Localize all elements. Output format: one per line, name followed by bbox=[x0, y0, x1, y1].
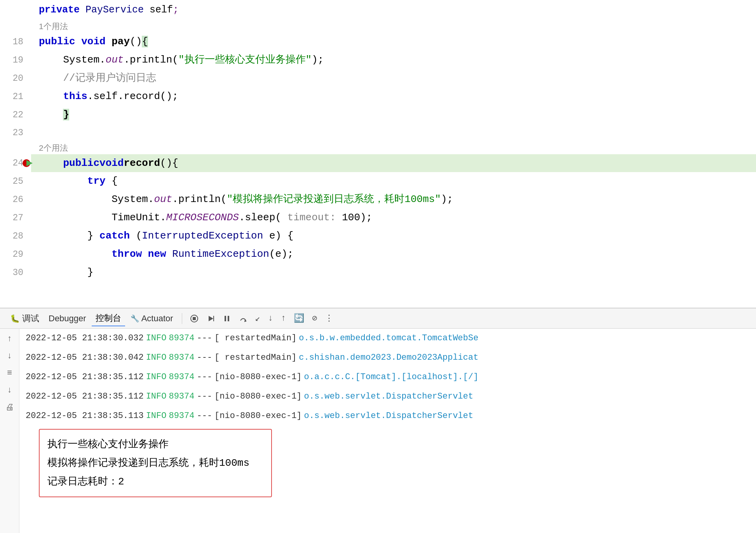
log-output: 2022-12-05 21:38:30.032 INFO 89374 --- [… bbox=[19, 329, 756, 533]
tab-actuator[interactable]: 🔧 Actuator bbox=[127, 312, 177, 325]
action-btn-rerun[interactable]: 🔄 bbox=[291, 312, 307, 325]
action-btn-record[interactable] bbox=[187, 313, 202, 324]
code-line-19: 19 System.out.println("执行一些核心支付业务操作"); bbox=[0, 51, 756, 69]
log-sep-2: --- bbox=[197, 350, 212, 366]
log-sep-3: --- bbox=[197, 369, 212, 385]
action-btn-resume[interactable] bbox=[203, 313, 218, 324]
log-thread-5: [nio-8080-exec-1] bbox=[214, 408, 301, 424]
record-icon bbox=[190, 314, 199, 323]
debug-tab-icon: 🐛 bbox=[10, 314, 20, 323]
log-logger-3: o.a.c.c.C.[Tomcat].[localhost].[/] bbox=[304, 369, 479, 385]
code-line-22: 22 } bbox=[0, 106, 756, 124]
action-btn-step-down[interactable]: ↙ bbox=[252, 312, 263, 325]
log-thread-3: [nio-8080-exec-1] bbox=[214, 369, 301, 385]
line-num-21: 21 bbox=[0, 88, 31, 106]
code-line-25: 25 try { bbox=[0, 172, 756, 190]
line-content-25: try { bbox=[31, 172, 118, 190]
log-logger-5: o.s.web.servlet.DispatcherServlet bbox=[304, 408, 474, 424]
log-sep-5: --- bbox=[197, 408, 212, 424]
hint-2-usage: 2个用法 bbox=[0, 142, 756, 154]
action-btn-more[interactable]: ⋮ bbox=[322, 312, 336, 325]
log-thread-4: [nio-8080-exec-1] bbox=[214, 389, 301, 404]
action-btn-clear[interactable]: ⊘ bbox=[309, 312, 320, 325]
debugger-tab-label: Debugger bbox=[49, 314, 86, 324]
log-entry-3: 2022-12-05 21:38:35.112 INFO 89374 --- [… bbox=[19, 368, 756, 387]
log-level-2: INFO bbox=[146, 350, 167, 366]
output-box: 执行一些核心支付业务操作 模拟将操作记录投递到日志系统，耗时100ms 记录日志… bbox=[39, 429, 272, 497]
left-icon-sidebar: ↑ ↓ ≡ ↓ 🖨 bbox=[0, 329, 19, 533]
line-num-28: 28 bbox=[0, 227, 31, 245]
line-content-19: System.out.println("执行一些核心支付业务操作"); bbox=[31, 51, 324, 69]
bottom-panel: 🐛 调试 Debugger 控制台 🔧 Actuator bbox=[0, 308, 756, 533]
toolbar-separator-1 bbox=[182, 313, 182, 324]
line-num-26: 26 bbox=[0, 191, 31, 209]
sidebar-icon-down[interactable]: ↓ bbox=[3, 349, 17, 363]
sidebar-icon-print[interactable]: 🖨 bbox=[3, 400, 17, 414]
log-entry-1: 2022-12-05 21:38:30.032 INFO 89374 --- [… bbox=[19, 329, 756, 348]
output-line-2: 模拟将操作记录投递到日志系统，耗时100ms bbox=[47, 454, 263, 472]
sidebar-icon-wrap[interactable]: ≡ bbox=[3, 366, 17, 380]
log-level-1: INFO bbox=[146, 331, 167, 346]
log-entry-5: 2022-12-05 21:38:35.113 INFO 89374 --- [… bbox=[19, 406, 756, 426]
line-num-23: 23 bbox=[0, 124, 31, 142]
line-content-27: TimeUnit.MICROSECONDS.sleep( timeout: 10… bbox=[31, 209, 372, 226]
line-num-25: 25 bbox=[0, 172, 31, 190]
line-num-22: 22 bbox=[0, 106, 31, 124]
prev-code-line: private PayService self; bbox=[0, 0, 756, 20]
code-line-18: 18 public void pay(){ bbox=[0, 33, 756, 51]
sidebar-icon-up[interactable]: ↑ bbox=[3, 332, 17, 346]
log-thread-2: [ restartedMain] bbox=[214, 350, 296, 366]
pause-icon bbox=[223, 314, 231, 323]
actuator-tab-label: Actuator bbox=[141, 314, 173, 324]
tab-debugger[interactable]: Debugger bbox=[45, 312, 90, 325]
log-level-4: INFO bbox=[146, 389, 167, 404]
line-num-19: 19 bbox=[0, 51, 31, 69]
output-line-3: 记录日志耗时：2 bbox=[47, 472, 263, 491]
resume-icon bbox=[206, 314, 215, 323]
line-content-22: } bbox=[31, 106, 69, 124]
log-timestamp-5: 2022-12-05 21:38:35.113 bbox=[26, 408, 144, 424]
tab-debug[interactable]: 🐛 调试 bbox=[6, 311, 43, 326]
log-pid-5: 89374 bbox=[169, 408, 194, 424]
log-pid-4: 89374 bbox=[169, 389, 194, 404]
code-line-23: 23 bbox=[0, 124, 756, 142]
output-line-1: 执行一些核心支付业务操作 bbox=[47, 435, 263, 454]
line-num-30: 30 bbox=[0, 264, 31, 282]
log-pid-3: 89374 bbox=[169, 369, 194, 385]
svg-rect-1 bbox=[193, 317, 196, 320]
svg-rect-3 bbox=[213, 316, 214, 321]
log-entry-4: 2022-12-05 21:38:35.112 INFO 89374 --- [… bbox=[19, 387, 756, 406]
action-btn-step-up[interactable]: ↑ bbox=[278, 312, 289, 325]
console-content: ↑ ↓ ≡ ↓ 🖨 2022-12-05 21:38:30.032 INFO 8… bbox=[0, 329, 756, 533]
line-content-24: public void record(){ bbox=[31, 154, 756, 172]
action-btn-pause[interactable] bbox=[219, 313, 234, 324]
code-line-28: 28 } catch (InterruptedException e) { bbox=[0, 227, 756, 245]
log-pid-1: 89374 bbox=[169, 331, 194, 346]
code-line-26: 26 System.out.println("模拟将操作记录投递到日志系统，耗时… bbox=[0, 190, 756, 209]
log-timestamp-3: 2022-12-05 21:38:35.112 bbox=[26, 369, 144, 385]
line-content-30: } bbox=[31, 263, 93, 281]
code-line-30: 30 } bbox=[0, 263, 756, 282]
line-num-27: 27 bbox=[0, 209, 31, 227]
line-content-18: public void pay(){ bbox=[31, 33, 148, 51]
log-sep-4: --- bbox=[197, 389, 212, 404]
line-content-21: this.self.record(); bbox=[31, 87, 178, 105]
bottom-toolbar: 🐛 调试 Debugger 控制台 🔧 Actuator bbox=[0, 308, 756, 329]
svg-rect-4 bbox=[225, 316, 226, 321]
code-line-29: 29 throw new RuntimeException(e); bbox=[0, 245, 756, 263]
action-btn-step-over[interactable] bbox=[236, 313, 251, 324]
log-logger-1: o.s.b.w.embedded.tomcat.TomcatWebSe bbox=[299, 331, 478, 346]
tab-console[interactable]: 控制台 bbox=[92, 311, 125, 326]
log-timestamp-1: 2022-12-05 21:38:30.032 bbox=[26, 331, 144, 346]
line-num-29: 29 bbox=[0, 246, 31, 263]
sidebar-icon-scroll-down[interactable]: ↓ bbox=[3, 383, 17, 397]
log-timestamp-4: 2022-12-05 21:38:35.112 bbox=[26, 389, 144, 404]
log-pid-2: 89374 bbox=[169, 350, 194, 366]
code-line-24: 24 public void record(){ bbox=[0, 154, 756, 172]
line-content-20: //记录用户访问日志 bbox=[31, 69, 156, 87]
action-btn-step-into[interactable]: ↓ bbox=[265, 312, 276, 325]
line-num-24: 24 bbox=[0, 154, 31, 172]
debugger-arrow-icon bbox=[26, 160, 33, 166]
log-entry-2: 2022-12-05 21:38:30.042 INFO 89374 --- [… bbox=[19, 348, 756, 368]
log-level-5: INFO bbox=[146, 408, 167, 424]
